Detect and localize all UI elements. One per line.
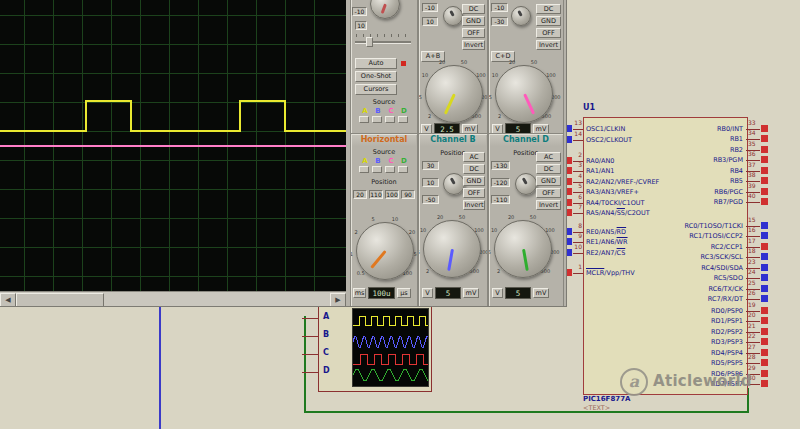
- pin-number: 19: [748, 301, 756, 308]
- source-channel-b-button[interactable]: [372, 116, 382, 123]
- channel-b-panel: Channel B Position 3010-50 ACDCGNDOFFInv…: [418, 133, 488, 307]
- mcu-pin-20[interactable]: RD1/PSP120: [560, 316, 772, 326]
- mcu-pin-17[interactable]: RC2/CCP117: [560, 242, 772, 252]
- mcu-pin-35[interactable]: RB235: [560, 145, 772, 155]
- knob-scale-label: 50: [528, 59, 540, 65]
- trigger-panel: -10 10 Auto One-Shot Cursors Source ABCD: [350, 0, 418, 134]
- mcu-pin-39[interactable]: RB6/PGC39: [560, 187, 772, 197]
- source-channel-b-label: B: [373, 107, 383, 115]
- probe-pin-stub-a: [302, 318, 318, 319]
- oscilloscope-probe-component[interactable]: ABCD: [302, 296, 434, 394]
- mcu-pin-33[interactable]: RB0/INT33: [560, 124, 772, 134]
- mcu-pin-40[interactable]: RB7/PGD40: [560, 197, 772, 207]
- timebase-unit-ms[interactable]: ms: [353, 288, 366, 298]
- pin-number: 24: [748, 268, 756, 275]
- knob-scale-label: 50: [456, 214, 468, 220]
- probe-input-d: D: [323, 366, 330, 375]
- channel-b-unit-mv[interactable]: mV: [463, 288, 479, 298]
- pin-name: RB6/PGC: [714, 188, 743, 196]
- probe-pin-stub-c: [302, 354, 318, 355]
- source-channel-c-button[interactable]: [385, 116, 395, 123]
- pin-name: RD4/PSP4: [711, 349, 743, 357]
- pin-number: 27: [748, 343, 756, 350]
- channel-d-unit-v[interactable]: V: [492, 288, 503, 298]
- knob-pointer: [523, 93, 535, 114]
- timebase-knob[interactable]: [356, 222, 414, 280]
- pin-name: RB7/PGD: [714, 198, 743, 206]
- pin-state-indicator: [761, 167, 768, 174]
- pin-number: 22: [748, 332, 756, 339]
- watermark: a Aticleworld: [620, 366, 800, 398]
- source-channel-a-label: A: [360, 107, 370, 115]
- knob-pointer: [370, 250, 386, 269]
- knob-pointer: [443, 93, 455, 114]
- pin-stub: [746, 202, 760, 203]
- pin-name: RD1/PSP1: [711, 317, 743, 325]
- pin-state-indicator: [761, 135, 768, 142]
- timebase-unit-us[interactable]: µs: [397, 288, 411, 298]
- mcu-pin-25[interactable]: RC6/TX/CK25: [560, 284, 772, 294]
- channel-a-gain-knob[interactable]: [425, 65, 483, 123]
- mcu-pin-26[interactable]: RC7/RX/DT26: [560, 294, 772, 304]
- channel-c-panel: -10-30 DCGNDOFFInvert C+D 25102050100200…: [488, 0, 564, 134]
- channel-b-gain-display: 5: [435, 287, 461, 299]
- channel-d-gain-knob[interactable]: [494, 220, 552, 278]
- knob-scale-label: 20: [436, 59, 448, 65]
- pin-state-indicator: [761, 328, 768, 335]
- mcu-pin-19[interactable]: RD0/PSP019: [560, 306, 772, 316]
- mcu-pin-21[interactable]: RD2/PSP221: [560, 327, 772, 337]
- mcu-pin-37[interactable]: RB437: [560, 166, 772, 176]
- channel-c-gain-knob[interactable]: [495, 65, 553, 123]
- pin-state-indicator: [761, 285, 768, 292]
- watermark-text: Aticleworld: [653, 372, 752, 390]
- pin-state-indicator: [761, 307, 768, 314]
- watermark-logo-icon: a: [620, 368, 648, 396]
- pin-state-indicator: [761, 125, 768, 132]
- mcu-pin-34[interactable]: RB134: [560, 134, 772, 144]
- knob-scale-label: 20: [506, 59, 518, 65]
- trigger-source-selector: ABCD: [351, 0, 417, 133]
- source-channel-d-button[interactable]: [398, 116, 408, 123]
- pin-state-indicator: [761, 146, 768, 153]
- mcu-pin-27[interactable]: RD4/PSP427: [560, 348, 772, 358]
- mcu-pin-36[interactable]: RB3/PGM36: [560, 155, 772, 165]
- scope-horizontal-scrollbar[interactable]: ◀ ▶: [0, 291, 346, 307]
- pin-state-indicator: [761, 295, 768, 302]
- pin-name: RC4/SDI/SDA: [701, 264, 743, 272]
- knob-scale-label: 20: [434, 214, 446, 220]
- pin-state-indicator: [761, 274, 768, 281]
- probe-pin-stub-b: [302, 336, 318, 337]
- channel-d-unit-mv[interactable]: mV: [533, 288, 549, 298]
- source-channel-d-label: D: [399, 107, 409, 115]
- source-channel-a-button[interactable]: [359, 116, 369, 123]
- mcu-pin-16[interactable]: RC1/T1OSI/CCP216: [560, 231, 772, 241]
- mcu-pin-18[interactable]: RC3/SCK/SCL18: [560, 252, 772, 262]
- mcu-pin-38[interactable]: RB538: [560, 176, 772, 186]
- pin-number: 15: [748, 216, 756, 223]
- pin-state-indicator: [761, 156, 768, 163]
- mcu-pin-24[interactable]: RC5/SDO24: [560, 273, 772, 283]
- pin-name: RB3/PGM: [713, 156, 743, 164]
- pin-name: RC0/T1OSO/T1CKI: [684, 222, 743, 230]
- scrollbar-left-arrow-icon[interactable]: ◀: [0, 293, 16, 307]
- source-channel-c-label: C: [386, 107, 396, 115]
- oscilloscope-display: [0, 0, 346, 291]
- scrollbar-thumb[interactable]: [16, 293, 104, 307]
- pin-name: RB0/INT: [717, 125, 743, 133]
- channel-b-gain-knob[interactable]: [423, 220, 481, 278]
- mcu-pin-23[interactable]: RC4/SDI/SDA23: [560, 263, 772, 273]
- pin-stub: [746, 299, 760, 300]
- pin-number: 21: [748, 322, 756, 329]
- probe-input-a: A: [323, 312, 329, 321]
- pin-name: RD0/PSP0: [711, 307, 743, 315]
- mcu-pin-15[interactable]: RC0/T1OSO/T1CKI15: [560, 221, 772, 231]
- pin-number: 40: [748, 192, 756, 199]
- pin-state-indicator: [761, 349, 768, 356]
- pin-name: RC2/CCP1: [711, 243, 743, 251]
- mcu-pin-22[interactable]: RD3/PSP322: [560, 337, 772, 347]
- pin-number: 26: [748, 289, 756, 296]
- knob-scale-label: 10: [389, 216, 401, 222]
- scrollbar-right-arrow-icon[interactable]: ▶: [330, 293, 346, 307]
- pin-state-indicator: [761, 222, 768, 229]
- channel-b-unit-v[interactable]: V: [422, 288, 433, 298]
